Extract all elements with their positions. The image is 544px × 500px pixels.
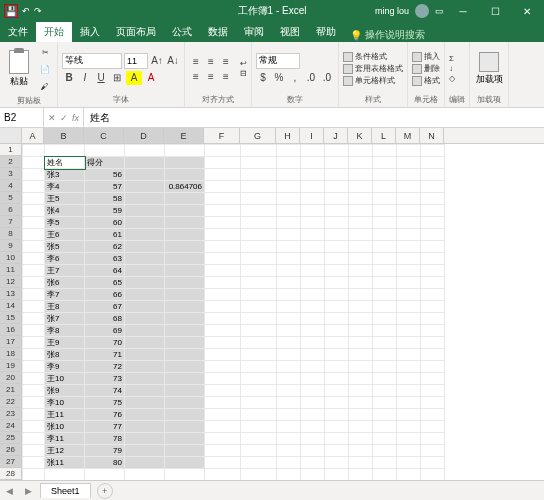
cell[interactable] — [421, 205, 445, 217]
cell[interactable] — [165, 289, 205, 301]
cell[interactable] — [205, 241, 241, 253]
cell[interactable] — [373, 301, 397, 313]
cell[interactable] — [373, 433, 397, 445]
cell[interactable] — [241, 445, 277, 457]
cell[interactable] — [349, 337, 373, 349]
user-name[interactable]: ming lou — [375, 6, 409, 16]
save-icon[interactable]: 💾 — [4, 4, 18, 18]
cell[interactable] — [421, 217, 445, 229]
row-header[interactable]: 12 — [0, 276, 21, 288]
cell[interactable] — [325, 469, 349, 481]
cell[interactable] — [397, 181, 421, 193]
copy-icon[interactable]: 📄 — [37, 61, 53, 77]
cell[interactable] — [277, 337, 301, 349]
cell[interactable]: 李11 — [45, 433, 85, 445]
cell[interactable] — [165, 313, 205, 325]
cell[interactable] — [125, 265, 165, 277]
cell[interactable] — [241, 409, 277, 421]
cell[interactable] — [125, 433, 165, 445]
cell[interactable] — [301, 397, 325, 409]
cell[interactable] — [373, 289, 397, 301]
cell[interactable] — [325, 157, 349, 169]
cell[interactable] — [125, 361, 165, 373]
cell[interactable] — [241, 145, 277, 157]
cell[interactable] — [301, 337, 325, 349]
row-header[interactable]: 15 — [0, 312, 21, 324]
cell[interactable]: 73 — [85, 373, 125, 385]
cell[interactable] — [85, 145, 125, 157]
cell[interactable] — [301, 289, 325, 301]
cell[interactable] — [205, 469, 241, 481]
cell[interactable] — [397, 193, 421, 205]
cell[interactable]: 57 — [85, 181, 125, 193]
cell[interactable] — [421, 433, 445, 445]
cell[interactable] — [205, 373, 241, 385]
cell[interactable] — [277, 193, 301, 205]
cell[interactable]: 王10 — [45, 373, 85, 385]
cell[interactable] — [349, 397, 373, 409]
cell[interactable] — [125, 205, 165, 217]
cell[interactable] — [421, 337, 445, 349]
cell[interactable] — [301, 457, 325, 469]
cells-area[interactable]: 姓名得分张356李4570.864706王558张459李560王661张562… — [22, 144, 445, 480]
cell[interactable] — [325, 229, 349, 241]
cell[interactable] — [23, 349, 45, 361]
row-header[interactable]: 4 — [0, 180, 21, 192]
cell[interactable] — [23, 313, 45, 325]
cell[interactable] — [205, 433, 241, 445]
cell[interactable] — [349, 145, 373, 157]
cell[interactable] — [165, 433, 205, 445]
cell[interactable] — [349, 373, 373, 385]
cell[interactable] — [301, 373, 325, 385]
cell[interactable]: 79 — [85, 445, 125, 457]
cell[interactable]: 李8 — [45, 325, 85, 337]
cell[interactable] — [23, 277, 45, 289]
cell[interactable] — [241, 301, 277, 313]
cell[interactable]: 李4 — [45, 181, 85, 193]
cell[interactable] — [23, 421, 45, 433]
cell[interactable] — [421, 301, 445, 313]
cell[interactable] — [165, 277, 205, 289]
cell[interactable] — [125, 325, 165, 337]
cell[interactable] — [397, 253, 421, 265]
cell[interactable] — [241, 433, 277, 445]
cell[interactable] — [397, 205, 421, 217]
cell[interactable] — [85, 469, 125, 481]
cell[interactable] — [421, 253, 445, 265]
cell[interactable]: 张8 — [45, 349, 85, 361]
tab-data[interactable]: 数据 — [200, 22, 236, 42]
column-header[interactable]: D — [124, 128, 164, 143]
column-header[interactable]: N — [420, 128, 444, 143]
cell[interactable] — [421, 421, 445, 433]
decrease-decimal-icon[interactable]: .0 — [320, 71, 334, 85]
cell[interactable] — [349, 313, 373, 325]
cell[interactable] — [301, 229, 325, 241]
cell[interactable] — [125, 385, 165, 397]
cell[interactable] — [205, 313, 241, 325]
cell[interactable] — [349, 445, 373, 457]
cell[interactable] — [241, 457, 277, 469]
cell[interactable]: 张5 — [45, 241, 85, 253]
currency-icon[interactable]: $ — [256, 71, 270, 85]
cell[interactable] — [301, 157, 325, 169]
cell[interactable] — [325, 385, 349, 397]
cell[interactable] — [301, 217, 325, 229]
cell[interactable] — [277, 157, 301, 169]
cell[interactable] — [325, 217, 349, 229]
cell[interactable] — [241, 421, 277, 433]
cell[interactable] — [325, 337, 349, 349]
format-painter-icon[interactable]: 🖌 — [37, 78, 53, 94]
row-header[interactable]: 20 — [0, 372, 21, 384]
cell[interactable] — [277, 313, 301, 325]
bold-button[interactable]: B — [62, 71, 76, 85]
cell[interactable] — [205, 361, 241, 373]
new-sheet-button[interactable]: + — [97, 483, 113, 499]
cell[interactable] — [23, 301, 45, 313]
comma-icon[interactable]: , — [288, 71, 302, 85]
cell[interactable] — [397, 217, 421, 229]
cell[interactable] — [241, 265, 277, 277]
cell[interactable] — [277, 205, 301, 217]
cell[interactable] — [325, 373, 349, 385]
sheet-tab[interactable]: Sheet1 — [40, 483, 91, 498]
cell[interactable] — [165, 349, 205, 361]
